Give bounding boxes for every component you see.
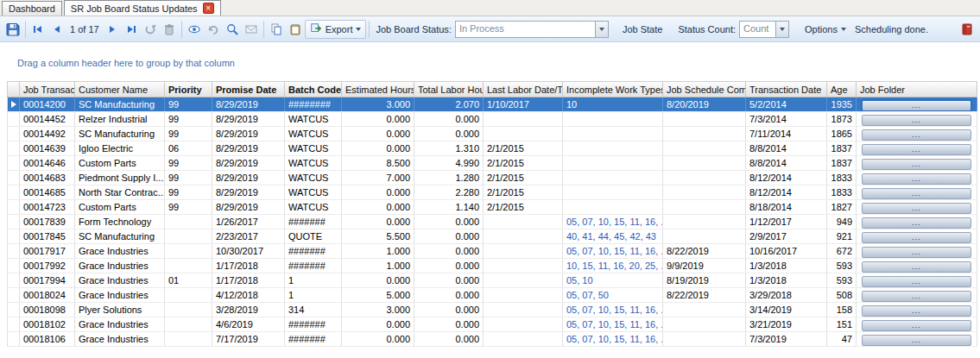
cell-schedCompl[interactable]: 8/19/2019	[663, 273, 746, 287]
cell-age[interactable]: 1873	[827, 112, 857, 126]
cell-promise[interactable]: 4/6/2019	[212, 317, 285, 331]
job-folder-button[interactable]: ...	[862, 247, 971, 258]
cell-customer[interactable]: Grace Industries	[75, 244, 165, 258]
cell-promise[interactable]: 8/29/2019	[212, 171, 285, 185]
column-header-age[interactable]: Age	[827, 82, 857, 97]
undo-icon[interactable]	[204, 20, 223, 39]
cell-customer[interactable]: Plyer Solutions	[75, 303, 165, 317]
status-count-select[interactable]: Count	[739, 21, 789, 38]
job-folder-button[interactable]: ...	[862, 203, 971, 214]
cell-total[interactable]: 2.280	[414, 185, 484, 199]
cell-total[interactable]: 4.990	[414, 156, 484, 170]
cell-lastLabor[interactable]: 2/1/2015	[484, 185, 563, 199]
cell-lastLabor[interactable]	[484, 215, 563, 229]
job-folder-button[interactable]: ...	[862, 129, 971, 141]
cell-folder[interactable]: ...	[857, 185, 977, 199]
cell-schedCompl[interactable]	[663, 303, 746, 317]
cell-folder[interactable]: ...	[857, 259, 977, 273]
cell-folder[interactable]: ...	[857, 200, 977, 214]
cell-est[interactable]: 0.000	[342, 317, 414, 331]
cell-total[interactable]: 1.310	[414, 141, 484, 155]
cell-jt[interactable]: 00018106	[20, 332, 75, 346]
cell-jt[interactable]: 00014200	[20, 97, 75, 111]
cell-promise[interactable]: 2/23/2017	[212, 229, 285, 243]
cell-est[interactable]: 5.500	[342, 229, 414, 243]
cell-priority[interactable]: 99	[165, 200, 212, 214]
cell-incomplete[interactable]: 05, 07, 10, 15, 11, 16, ...	[563, 244, 663, 258]
cell-lastLabor[interactable]: 2/1/2015	[484, 156, 563, 170]
copy-icon[interactable]	[267, 20, 286, 39]
cell-age[interactable]: 949	[827, 215, 857, 229]
cell-batch[interactable]: ########	[285, 97, 342, 111]
cell-priority[interactable]: 99	[165, 112, 212, 126]
cell-batch[interactable]: #######	[285, 259, 342, 273]
cell-lastLabor[interactable]: 2/1/2015	[484, 141, 563, 155]
cell-priority[interactable]: 99	[165, 127, 212, 141]
cell-lastLabor[interactable]	[484, 229, 563, 243]
cell-promise[interactable]: 4/12/2018	[212, 288, 285, 302]
cell-age[interactable]: 1833	[827, 185, 857, 199]
cell-jt[interactable]: 00014646	[20, 156, 75, 170]
cell-customer[interactable]: Grace Industries	[75, 259, 165, 273]
cell-priority[interactable]	[165, 303, 212, 317]
cell-total[interactable]: 0.000	[414, 317, 484, 331]
column-header-jt[interactable]: Job Transaction ...	[20, 82, 75, 97]
cell-age[interactable]: 1833	[827, 171, 857, 185]
cell-schedCompl[interactable]	[663, 317, 746, 331]
cell-customer[interactable]: Piedmont Supply I...	[75, 171, 165, 185]
cell-lastLabor[interactable]	[484, 303, 563, 317]
cell-transDate[interactable]: 8/12/2014	[746, 171, 827, 185]
cell-incomplete[interactable]: 10	[563, 97, 663, 111]
previous-record-icon[interactable]	[47, 20, 66, 39]
cell-total[interactable]: 0.000	[414, 303, 484, 317]
cell-promise[interactable]: 1/26/2017	[212, 215, 285, 229]
job-folder-button[interactable]: ...	[862, 159, 971, 170]
cell-jt[interactable]: 00017992	[20, 259, 75, 273]
cell-customer[interactable]: Grace Industries	[75, 288, 165, 302]
cell-schedCompl[interactable]: 9/9/2019	[663, 259, 746, 273]
cell-jt[interactable]: 00014723	[20, 200, 75, 214]
cell-folder[interactable]: ...	[857, 97, 977, 111]
cell-promise[interactable]: 1/17/2018	[212, 273, 285, 287]
column-header-est[interactable]: Estimated Hours	[342, 82, 414, 97]
cell-priority[interactable]	[165, 332, 212, 346]
cell-priority[interactable]: 99	[165, 171, 212, 185]
email-icon[interactable]	[242, 20, 261, 39]
cell-incomplete[interactable]: 05, 07, 10, 15, 11, 16, ...	[563, 303, 663, 317]
cell-folder[interactable]: ...	[857, 215, 977, 229]
cell-total[interactable]: 1.280	[414, 171, 484, 185]
close-tab-icon[interactable]: ×	[203, 3, 214, 14]
cell-batch[interactable]: 1	[285, 273, 342, 287]
cell-transDate[interactable]: 7/11/2014	[746, 127, 827, 141]
next-record-icon[interactable]	[103, 20, 122, 39]
cell-incomplete[interactable]: 05, 07, 10, 15, 11, 16, ...	[563, 215, 663, 229]
cell-total[interactable]: 0.000	[414, 288, 484, 302]
cell-schedCompl[interactable]	[663, 229, 746, 243]
cell-est[interactable]: 0.000	[342, 200, 414, 214]
cell-folder[interactable]: ...	[857, 288, 977, 302]
cell-schedCompl[interactable]	[663, 332, 746, 346]
red-book-icon[interactable]	[958, 20, 977, 39]
cell-transDate[interactable]: 3/14/2019	[746, 303, 827, 317]
tab-sr-job-board-status-updates[interactable]: SR Job Board Status Updates ×	[64, 0, 221, 16]
cell-lastLabor[interactable]: 2/1/2015	[484, 200, 563, 214]
cell-lastLabor[interactable]	[484, 127, 563, 141]
preview-icon[interactable]	[223, 20, 242, 39]
cell-batch[interactable]: #######	[285, 215, 342, 229]
cell-jt[interactable]: 00014492	[20, 127, 75, 141]
cell-batch[interactable]: WATCUS	[285, 127, 342, 141]
options-button[interactable]: Options	[805, 24, 846, 35]
cell-incomplete[interactable]	[563, 112, 663, 126]
cell-batch[interactable]: #######	[285, 317, 342, 331]
cell-lastLabor[interactable]	[484, 273, 563, 287]
cell-batch[interactable]: WATCUS	[285, 185, 342, 199]
cell-incomplete[interactable]: 05, 07, 10, 15, 11, 16, ...	[563, 317, 663, 331]
cell-incomplete[interactable]: 05, 07, 10, 15, 11, 16, ...	[563, 332, 663, 346]
cell-batch[interactable]: WATCUS	[285, 200, 342, 214]
column-header-customer[interactable]: Customer Name	[75, 82, 165, 97]
cell-customer[interactable]: Custom Parts	[75, 156, 165, 170]
cell-customer[interactable]: North Star Contrac...	[75, 185, 165, 199]
column-header-total[interactable]: Total Labor Hours	[414, 82, 484, 97]
column-header-lastLabor[interactable]: Last Labor Date/Time	[484, 82, 563, 97]
refresh-icon[interactable]	[141, 20, 160, 39]
